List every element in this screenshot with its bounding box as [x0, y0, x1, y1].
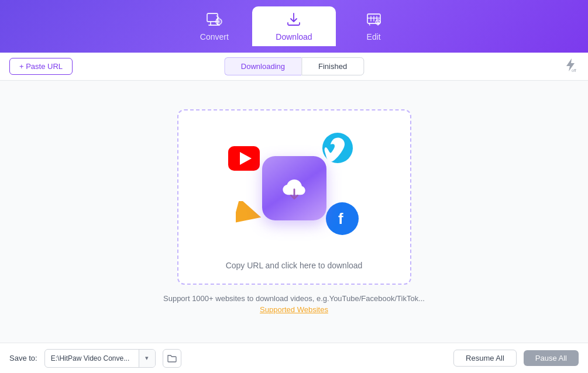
paste-url-label: + Paste URL — [19, 62, 63, 71]
nav-tabs: Convert Download — [176, 6, 411, 46]
download-tabs: Downloading Finished — [224, 57, 364, 75]
drop-zone[interactable]: f Copy URL and click here to download — [177, 109, 411, 285]
triangle-icon — [236, 201, 262, 229]
paste-url-button[interactable]: + Paste URL — [9, 58, 73, 75]
facebook-icon: f — [326, 202, 359, 235]
main-cloud-download-icon — [262, 156, 326, 220]
svg-marker-8 — [236, 201, 262, 227]
convert-tab-label: Convert — [200, 32, 229, 42]
path-dropdown-button[interactable]: ▾ — [139, 349, 155, 368]
resume-all-button[interactable]: Resume All — [453, 350, 517, 367]
downloading-tab-button[interactable]: Downloading — [224, 57, 301, 75]
path-input[interactable] — [45, 354, 139, 362]
turbo-button[interactable]: off — [562, 57, 579, 76]
supported-websites-link[interactable]: Supported Websites — [260, 305, 328, 314]
vimeo-icon — [322, 133, 353, 163]
drop-zone-instruction: Copy URL and click here to download — [226, 261, 363, 270]
edit-tab-label: Edit — [367, 32, 381, 42]
illustration: f — [224, 130, 365, 247]
open-folder-button[interactable] — [163, 349, 181, 368]
download-tab-label: Download — [276, 32, 312, 42]
youtube-icon — [227, 141, 261, 175]
download-icon — [286, 11, 302, 30]
main-content: f Copy URL and click here to download Su… — [0, 81, 588, 343]
bottom-bar: Save to: ▾ Resume All Pause All — [0, 343, 588, 373]
support-text: Support 1000+ websites to download video… — [163, 294, 425, 303]
header: Convert Download — [0, 0, 588, 53]
edit-icon — [366, 11, 382, 30]
tab-edit[interactable]: Edit — [336, 6, 412, 46]
pause-all-button[interactable]: Pause All — [524, 350, 579, 366]
save-to-label: Save to: — [9, 354, 37, 362]
svg-text:f: f — [338, 210, 343, 227]
path-selector: ▾ — [44, 349, 156, 368]
finished-tab-button[interactable]: Finished — [301, 57, 364, 75]
toolbar: + Paste URL Downloading Finished off — [0, 53, 588, 81]
convert-icon — [206, 11, 222, 30]
tab-convert[interactable]: Convert — [176, 6, 252, 46]
svg-text:off: off — [572, 68, 576, 72]
tab-download[interactable]: Download — [252, 6, 335, 46]
